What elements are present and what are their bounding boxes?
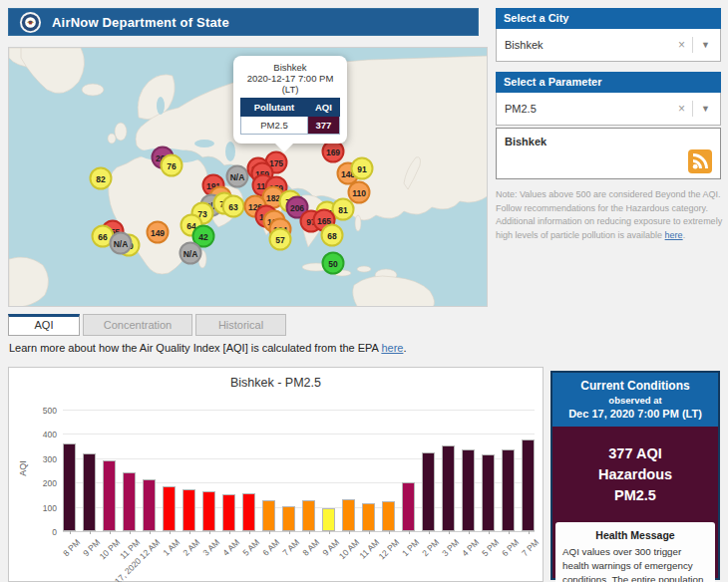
chart-bar[interactable] [442,445,455,531]
learn-more-text: Learn more about how the Air Quality Ind… [9,342,406,354]
x-tick-label: 1 AM [161,537,182,558]
chart-bar[interactable] [522,439,535,531]
gridline [63,410,535,411]
note-text: Note: Values above 500 are considered Be… [496,188,723,242]
x-tick-mark [229,531,230,534]
chart-bar[interactable] [222,494,235,531]
x-tick-mark [469,531,470,534]
note-here-link[interactable]: here [665,230,683,240]
app-header: AirNow Department of State [8,8,479,36]
x-tick-label: 1 PM [399,537,420,558]
rss-icon[interactable] [688,149,712,173]
x-axis-line [63,531,535,532]
chart-bar[interactable] [362,503,375,531]
chart-bar[interactable] [123,472,136,531]
chart-bar[interactable] [482,454,495,531]
aqi-station-marker[interactable]: 82 [90,167,113,190]
chart-bar[interactable] [282,506,295,531]
chart-bar[interactable] [83,453,96,531]
aqi-station-marker[interactable]: 63 [222,195,245,218]
aqi-pollutant: PM2.5 [552,485,718,506]
chart-bar[interactable] [302,500,315,531]
world-map[interactable]: 8220776N/A191101N/A7663736442N/A14915566… [8,47,488,307]
chart-bar[interactable] [103,460,116,531]
health-message-title: Health Message [562,528,708,542]
x-tick-mark [70,531,71,534]
tab-historical[interactable]: Historical [195,314,286,336]
popup-aqi-value: 377 [307,117,339,135]
x-tick-label: 6 PM [499,537,520,558]
city-select-value: Bishkek [505,39,671,51]
chart-bar[interactable] [422,452,435,531]
aqi-chart: Bishkek - PM2.5 AQI 50040030020010008 PM… [8,367,544,582]
chart-bar[interactable] [143,479,156,531]
learn-more-body: Learn more about how the Air Quality Ind… [9,342,381,354]
chart-bar[interactable] [63,443,76,531]
x-tick-label: 7 AM [280,537,301,558]
feed-box: Bishkek [496,128,721,179]
chart-bar[interactable] [163,486,176,531]
x-tick-mark [529,531,530,534]
observed-datetime: Dec 17, 2020 7:00 PM (LT) [556,408,714,420]
parameter-panel: Select a Parameter PM2.5 × ▼ [496,72,721,126]
chart-bar[interactable] [502,449,515,531]
x-tick-mark [130,531,131,534]
y-tick-label: 400 [17,430,57,439]
chart-bar[interactable] [262,500,275,531]
x-tick-mark [329,531,330,534]
aqi-station-marker[interactable]: 91 [351,157,374,180]
aqi-category: Hazardous [552,464,718,485]
chevron-down-icon[interactable]: ▼ [693,104,714,114]
chart-bar[interactable] [242,493,255,531]
aqi-station-marker[interactable]: 76 [161,154,183,177]
current-conditions-header: Current Conditions observed at Dec 17, 2… [552,373,718,427]
clear-icon[interactable]: × [671,102,692,116]
tab-concentration[interactable]: Concentration [83,314,192,336]
popup-col-aqi: AQI [307,99,339,117]
parameter-select[interactable]: PM2.5 × ▼ [496,93,721,126]
health-message-box: Health Message AQI values over 300 trigg… [555,522,715,582]
aqi-station-marker[interactable]: N/A [180,242,202,265]
parameter-select-value: PM2.5 [505,103,671,115]
city-panel-title: Select a City [496,8,721,29]
aqi-station-marker[interactable]: N/A [110,232,133,255]
x-tick-label: 2 AM [181,537,201,558]
chart-bar[interactable] [342,499,355,531]
x-tick-mark [110,531,111,534]
observed-at-label: observed at [556,395,714,406]
health-message-text: AQI values over 300 trigger health warni… [562,545,708,582]
chart-bar[interactable] [462,449,475,531]
chart-bar[interactable] [182,489,195,531]
clear-icon[interactable]: × [671,38,692,52]
tab-aqi[interactable]: AQI [8,314,80,336]
x-tick-label: 8 PM [60,537,81,558]
y-tick-label: 300 [17,454,57,464]
x-tick-mark [289,531,290,534]
aqi-station-marker[interactable]: 68 [321,224,344,247]
chart-bar[interactable] [382,501,395,531]
chevron-down-icon[interactable]: ▼ [693,40,714,50]
chart-bar[interactable] [402,482,415,531]
aqi-station-marker[interactable]: 149 [147,221,170,244]
chart-bar[interactable] [322,508,335,531]
x-tick-mark [369,531,370,534]
x-tick-label: 5 AM [240,537,261,558]
popup-datetime: 2020-12-17 7:00 PM [240,73,340,84]
x-tick-label: 4 PM [459,537,480,558]
city-select[interactable]: Bishkek × ▼ [496,29,721,62]
x-tick-mark [90,531,91,534]
popup-table: Pollutant AQI PM2.5 377 [240,98,340,135]
aqi-station-marker[interactable]: 57 [269,228,292,251]
x-tick-mark [489,531,490,534]
tab-bar: AQI Concentration Historical [8,314,286,337]
x-tick-mark [349,531,350,534]
chart-bar[interactable] [202,491,215,531]
learn-more-here-link[interactable]: here [381,342,403,354]
aqi-station-marker[interactable]: N/A [226,165,249,188]
aqi-station-marker[interactable]: 50 [322,252,345,275]
popup-lt: (LT) [240,84,340,95]
x-tick-label: 3 AM [200,537,221,558]
y-tick-label: 500 [17,406,57,416]
aqi-value: 377 AQI [552,443,718,464]
x-tick-mark [150,531,151,534]
